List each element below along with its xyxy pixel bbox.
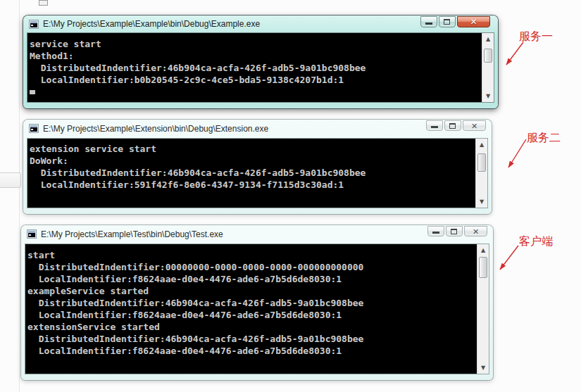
console-text: extension service start DoWork: Distribu… (27, 139, 475, 208)
minimize-button[interactable] (426, 120, 443, 131)
icon-part (29, 234, 31, 236)
desktop: E:\My Projects\Example\Example\bin\Debug… (0, 0, 581, 392)
minimize-button[interactable] (420, 16, 437, 27)
console-output-area[interactable]: service start Method1: DistributedIndent… (27, 32, 494, 103)
background-window-edge (19, 0, 20, 392)
window-title: E:\My Projects\Example\Example\bin\Debug… (43, 15, 260, 32)
scroll-down-icon[interactable]: ▼ (476, 196, 487, 208)
window-title: E:\My Projects\Example\Test\bin\Debug\Te… (41, 225, 223, 244)
minimize-icon (425, 23, 432, 25)
maximize-button[interactable] (446, 226, 463, 236)
console-line: DistributedIndentifier:46b904ca-acfa-426… (27, 333, 477, 345)
maximize-icon (449, 123, 456, 129)
console-line: DistributedIndentifier:00000000-0000-000… (27, 261, 477, 273)
console-line: DistributedIndentifier:46b904ca-acfa-426… (27, 297, 477, 309)
window-title: E:\My Projects\Example\Extension\bin\Deb… (43, 120, 268, 138)
background-window-fragment (0, 172, 21, 188)
console-line: DistributedIndentifier:46b904ca-acfa-426… (30, 62, 482, 74)
maximize-button[interactable] (444, 120, 461, 131)
close-button[interactable]: ✕ (463, 120, 486, 131)
vertical-scrollbar[interactable]: ▲ ▼ (475, 139, 487, 208)
scroll-up-icon[interactable]: ▲ (482, 33, 494, 45)
console-window-example[interactable]: E:\My Projects\Example\Example\bin\Debug… (23, 15, 498, 108)
console-line: extensionService started (27, 321, 477, 333)
console-line: LocalIndentifier:f8624aae-d0e4-4476-ade6… (27, 345, 477, 357)
console-line: LocalIndentifier:f8624aae-d0e4-4476-ade6… (27, 309, 477, 321)
console-line: DoWork: (30, 155, 475, 167)
annotation-arrow-service1 (506, 42, 523, 65)
scrollbar-thumb[interactable] (484, 49, 492, 63)
close-button[interactable]: ✕ (457, 16, 490, 27)
maximize-icon (451, 229, 457, 234)
minimize-button[interactable] (427, 226, 444, 236)
annotation-label-service2: 服务二 (527, 131, 561, 146)
console-app-icon[interactable] (29, 124, 39, 133)
annotation-label-service1: 服务一 (519, 30, 553, 44)
console-app-icon[interactable] (29, 20, 39, 29)
console-line: LocalIndentifier:f8624aae-d0e4-4476-ade6… (27, 273, 477, 285)
close-icon: ✕ (458, 17, 489, 27)
close-icon: ✕ (465, 227, 487, 236)
vertical-scrollbar[interactable]: ▲ ▼ (482, 33, 494, 102)
text-cursor (30, 90, 35, 94)
titlebar[interactable]: E:\My Projects\Example\Test\bin\Debug\Te… (21, 225, 493, 244)
close-icon: ✕ (463, 121, 485, 130)
maximize-icon (444, 19, 450, 25)
console-text: start DistributedIndentifier:00000000-00… (25, 244, 477, 374)
icon-part (31, 25, 33, 26)
console-line: LocalIndentifier:b0b20545-2c9c-4ce5-bda5… (30, 74, 482, 86)
console-line: start (27, 249, 477, 261)
maximize-button[interactable] (439, 16, 456, 27)
console-window-extension[interactable]: E:\My Projects\Example\Extension\bin\Deb… (23, 120, 492, 214)
console-output-area[interactable]: extension service start DoWork: Distribu… (27, 138, 488, 208)
console-line: service start (30, 38, 482, 50)
console-window-test[interactable]: E:\My Projects\Example\Test\bin\Debug\Te… (21, 225, 493, 380)
scrollbar-thumb[interactable] (477, 153, 486, 172)
annotation-label-client: 客户端 (519, 234, 553, 249)
console-line: exampleService started (27, 285, 477, 297)
console-output-area[interactable]: start DistributedIndentifier:00000000-00… (25, 244, 489, 374)
vertical-scrollbar[interactable]: ▲ ▼ (477, 244, 489, 374)
console-app-icon[interactable] (27, 229, 37, 239)
scroll-down-icon[interactable]: ▼ (477, 362, 489, 374)
background-window-fragment (39, 0, 48, 6)
console-line: Method1: (30, 50, 482, 62)
minimize-icon (432, 232, 439, 234)
console-line: extension service start (30, 143, 475, 155)
scroll-up-icon[interactable]: ▲ (477, 244, 489, 256)
console-text: service start Method1: DistributedIndent… (27, 33, 482, 102)
icon-part (31, 129, 33, 130)
scroll-down-icon[interactable]: ▼ (482, 90, 494, 102)
close-button[interactable]: ✕ (464, 226, 487, 236)
minimize-icon (431, 126, 438, 128)
titlebar[interactable]: E:\My Projects\Example\Extension\bin\Deb… (23, 120, 492, 138)
annotation-arrow-client (500, 246, 518, 270)
scrollbar-thumb[interactable] (479, 257, 487, 278)
console-line: DistributedIndentifier:46b904ca-acfa-426… (30, 167, 475, 179)
annotation-arrow-service2 (508, 139, 526, 167)
scroll-up-icon[interactable]: ▲ (476, 139, 487, 151)
console-line: LocalIndentifier:591f42f6-8e06-4347-9134… (30, 179, 475, 191)
